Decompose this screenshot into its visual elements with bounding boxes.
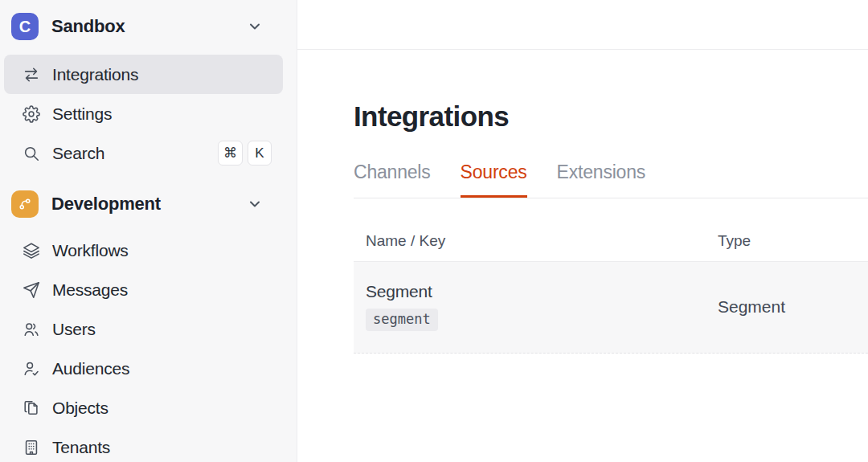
tab-channels[interactable]: Channels — [354, 161, 431, 198]
sidebar-item-label: Tenants — [52, 438, 110, 457]
sidebar-item-audiences[interactable]: Audiences — [4, 349, 283, 388]
tab-sources[interactable]: Sources — [461, 161, 527, 198]
sidebar-item-label: Audiences — [52, 359, 129, 378]
sidebar: C Sandbox Integrations Settings — [0, 0, 297, 462]
source-name: Segment — [366, 282, 718, 301]
sidebar-item-label: Settings — [52, 104, 112, 124]
search-shortcut: ⌘ K — [218, 141, 283, 166]
table-row[interactable]: Segment segment Segment — [354, 262, 868, 354]
sidebar-item-label: Users — [52, 320, 96, 339]
users-icon — [23, 321, 40, 338]
workspace-switcher[interactable]: C Sandbox — [0, 8, 297, 45]
sidebar-item-settings[interactable]: Settings — [4, 94, 283, 133]
swap-arrows-icon — [23, 66, 40, 84]
chevron-down-icon — [247, 196, 263, 212]
development-section-header[interactable]: Development — [0, 186, 297, 223]
source-name-key-cell: Segment segment — [354, 282, 718, 331]
sidebar-item-search[interactable]: Search ⌘ K — [4, 133, 283, 173]
search-icon — [23, 145, 40, 162]
person-check-icon — [23, 360, 40, 378]
sidebar-item-label: Objects — [52, 399, 108, 418]
gear-icon — [23, 105, 40, 123]
courier-logo: C — [11, 13, 39, 40]
send-icon — [23, 281, 40, 299]
sources-table: Name / Key Type Segment segment Segment — [354, 198, 868, 354]
sidebar-item-workflows[interactable]: Workflows — [4, 231, 283, 270]
sidebar-item-integrations[interactable]: Integrations — [4, 55, 283, 94]
column-header-name-key: Name / Key — [354, 232, 718, 250]
keycap-cmd: ⌘ — [218, 141, 243, 166]
sidebar-item-tenants[interactable]: Tenants — [4, 427, 283, 462]
copy-icon — [23, 399, 40, 417]
sidebar-nav: Integrations Settings Search ⌘ K — [0, 55, 297, 173]
layers-icon — [23, 242, 40, 260]
development-nav: Workflows Messages Users — [0, 231, 297, 462]
topbar — [297, 0, 868, 50]
sidebar-item-label: Search — [52, 144, 104, 163]
column-header-type: Type — [718, 232, 868, 250]
workspace-name: Sandbox — [51, 16, 125, 37]
main-content: Integrations Channels Sources Extensions… — [297, 0, 868, 462]
sidebar-item-users[interactable]: Users — [4, 309, 283, 349]
page-title: Integrations — [354, 100, 868, 133]
tab-extensions[interactable]: Extensions — [557, 161, 646, 198]
tab-bar: Channels Sources Extensions — [354, 161, 868, 198]
chevron-down-icon — [247, 18, 263, 35]
sidebar-item-label: Workflows — [52, 241, 129, 260]
sidebar-item-label: Messages — [52, 280, 128, 300]
source-key-badge: segment — [366, 309, 438, 331]
sidebar-item-messages[interactable]: Messages — [4, 270, 283, 309]
building-icon — [23, 439, 40, 456]
branch-icon — [11, 190, 39, 218]
sidebar-item-label: Integrations — [52, 65, 138, 84]
sidebar-item-objects[interactable]: Objects — [4, 388, 283, 427]
keycap-k: K — [248, 141, 272, 166]
source-type-cell: Segment — [718, 282, 868, 331]
section-name: Development — [51, 194, 161, 215]
table-header: Name / Key Type — [354, 198, 868, 262]
